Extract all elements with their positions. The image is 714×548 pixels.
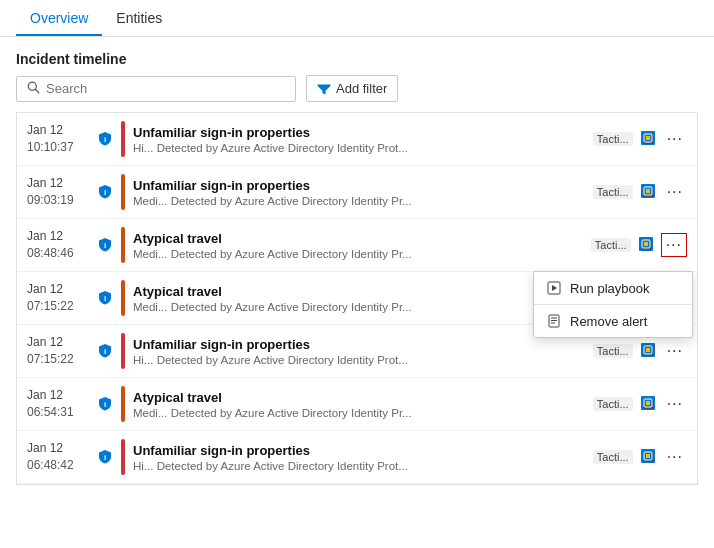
- more-options-button[interactable]: ···: [661, 233, 687, 257]
- tactic-badge: Tacti...: [593, 185, 633, 199]
- severity-bar: [121, 333, 125, 369]
- date-col: Jan 12 07:15:22: [27, 281, 89, 315]
- incident-subtitle: Hi... Detected by Azure Active Directory…: [133, 142, 587, 154]
- date-text: Jan 12: [27, 334, 89, 351]
- timeline-row: Jan 12 10:10:37 i Unfamiliar sign-in pro…: [17, 113, 697, 166]
- timeline-container[interactable]: Jan 12 10:10:37 i Unfamiliar sign-in pro…: [16, 112, 698, 485]
- svg-rect-42: [646, 454, 650, 458]
- more-options-button[interactable]: ···: [663, 181, 687, 203]
- more-options-button[interactable]: ···: [663, 128, 687, 150]
- filter-icon: [317, 82, 331, 96]
- time-text: 06:54:31: [27, 404, 89, 421]
- shield-icon: i: [95, 396, 115, 412]
- date-text: Jan 12: [27, 228, 89, 245]
- timeline-row: Jan 12 08:48:46 i Atypical travel Medi..…: [17, 219, 697, 272]
- svg-rect-37: [646, 401, 650, 405]
- severity-bar: [121, 121, 125, 157]
- time-text: 07:15:22: [27, 298, 89, 315]
- svg-text:i: i: [104, 294, 106, 303]
- date-col: Jan 12 08:48:46: [27, 228, 89, 262]
- date-text: Jan 12: [27, 281, 89, 298]
- tactic-badge: Tacti...: [593, 450, 633, 464]
- date-col: Jan 12 10:10:37: [27, 122, 89, 156]
- more-options-button[interactable]: ···: [663, 393, 687, 415]
- svg-rect-11: [646, 189, 650, 193]
- incident-title: Atypical travel: [133, 231, 585, 246]
- incident-title: Atypical travel: [133, 390, 587, 405]
- severity-bar: [121, 386, 125, 422]
- incident-subtitle: Medi... Detected by Azure Active Directo…: [133, 301, 587, 313]
- alert-icon: ⬛: [639, 182, 657, 203]
- incident-subtitle: Hi... Detected by Azure Active Directory…: [133, 460, 587, 472]
- incident-info: Atypical travel Medi... Detected by Azur…: [133, 390, 587, 419]
- severity-bar: [121, 280, 125, 316]
- time-text: 10:10:37: [27, 139, 89, 156]
- alert-icon: ⬛: [639, 447, 657, 468]
- shield-icon: i: [95, 131, 115, 147]
- severity-bar: [121, 174, 125, 210]
- date-col: Jan 12 06:54:31: [27, 387, 89, 421]
- date-col: Jan 12 06:48:42: [27, 440, 89, 474]
- tactic-badge: Tacti...: [591, 238, 631, 252]
- severity-bar: [121, 439, 125, 475]
- shield-icon: i: [95, 237, 115, 253]
- date-text: Jan 12: [27, 387, 89, 404]
- incident-subtitle: Medi... Detected by Azure Active Directo…: [133, 248, 585, 260]
- playbook-icon: [546, 280, 562, 296]
- alert-icon: ⬛: [639, 341, 657, 362]
- context-menu: Run playbook Remove alert: [533, 271, 693, 338]
- incident-info: Atypical travel Medi... Detected by Azur…: [133, 231, 585, 260]
- incident-info: Atypical travel Medi... Detected by Azur…: [133, 284, 587, 313]
- search-box[interactable]: [16, 76, 296, 102]
- incident-title: Unfamiliar sign-in properties: [133, 443, 587, 458]
- incident-title: Unfamiliar sign-in properties: [133, 337, 587, 352]
- context-menu-item-run-playbook[interactable]: Run playbook: [534, 272, 692, 304]
- date-col: Jan 12 09:03:19: [27, 175, 89, 209]
- more-options-button[interactable]: ···: [663, 340, 687, 362]
- add-filter-button[interactable]: Add filter: [306, 75, 398, 102]
- alert-icon: ⬛: [639, 394, 657, 415]
- tabs-bar: Overview Entities: [0, 0, 714, 37]
- svg-rect-6: [646, 136, 650, 140]
- svg-text:i: i: [104, 135, 106, 144]
- incident-title: Atypical travel: [133, 284, 587, 299]
- incident-subtitle: Medi... Detected by Azure Active Directo…: [133, 407, 587, 419]
- tab-overview[interactable]: Overview: [16, 0, 102, 36]
- timeline-row: Jan 12 06:48:42 i Unfamiliar sign-in pro…: [17, 431, 697, 484]
- svg-rect-16: [644, 242, 648, 246]
- alert-icon: ⬛: [639, 129, 657, 150]
- search-icon: [27, 81, 40, 97]
- shield-icon: i: [95, 290, 115, 306]
- toolbar: Add filter: [0, 75, 714, 112]
- tactic-badge: Tacti...: [593, 344, 633, 358]
- svg-text:i: i: [104, 347, 106, 356]
- svg-line-1: [36, 89, 39, 92]
- time-text: 08:48:46: [27, 245, 89, 262]
- more-options-button[interactable]: ···: [663, 446, 687, 468]
- date-text: Jan 12: [27, 122, 89, 139]
- tactic-badge: Tacti...: [593, 397, 633, 411]
- incident-subtitle: Medi... Detected by Azure Active Directo…: [133, 195, 587, 207]
- remove-icon: [546, 313, 562, 329]
- timeline-row: Jan 12 09:03:19 i Unfamiliar sign-in pro…: [17, 166, 697, 219]
- svg-text:i: i: [104, 188, 106, 197]
- tab-entities[interactable]: Entities: [102, 0, 176, 36]
- incident-title: Unfamiliar sign-in properties: [133, 125, 587, 140]
- svg-marker-18: [552, 285, 557, 291]
- svg-text:i: i: [104, 400, 106, 409]
- incident-info: Unfamiliar sign-in properties Hi... Dete…: [133, 337, 587, 366]
- timeline-row: Jan 12 06:54:31 i Atypical travel Medi..…: [17, 378, 697, 431]
- context-menu-item-remove-alert[interactable]: Remove alert: [534, 304, 692, 337]
- search-input[interactable]: [46, 81, 285, 96]
- incident-info: Unfamiliar sign-in properties Hi... Dete…: [133, 125, 587, 154]
- incident-subtitle: Hi... Detected by Azure Active Directory…: [133, 354, 587, 366]
- section-title: Incident timeline: [0, 37, 714, 75]
- tactic-badge: Tacti...: [593, 132, 633, 146]
- add-filter-label: Add filter: [336, 81, 387, 96]
- date-text: Jan 12: [27, 440, 89, 457]
- alert-icon: ⬛: [637, 235, 655, 256]
- context-menu-label: Run playbook: [570, 281, 650, 296]
- date-col: Jan 12 07:15:22: [27, 334, 89, 368]
- shield-icon: i: [95, 343, 115, 359]
- shield-icon: i: [95, 449, 115, 465]
